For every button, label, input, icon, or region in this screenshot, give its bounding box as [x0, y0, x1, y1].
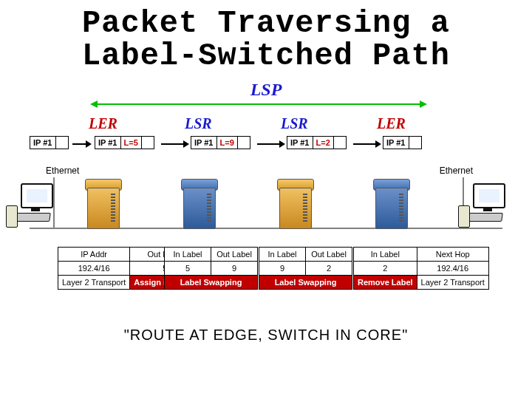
cell: In Label: [165, 248, 211, 262]
packet-3: IP #1 L=9: [191, 136, 250, 149]
ethernet-label-right: Ethernet: [440, 166, 473, 176]
cell: 9: [211, 262, 258, 276]
cell: 192.4/16: [58, 262, 130, 276]
table-ler-egress: In Label Next Hop 2 192.4/16 Remove Labe…: [353, 247, 489, 290]
router-icon-lsr-1: [181, 179, 216, 229]
pc-icon: [466, 183, 510, 232]
router-icon-lsr-2: [277, 179, 313, 229]
cell: Out Label: [306, 248, 352, 262]
packet-row: IP #1 IP #1 L=5 IP #1 L=9 IP #1 L=2 IP #…: [0, 136, 532, 161]
router-icon-ler-right: [373, 179, 409, 229]
packet-5-ip: IP #1: [383, 137, 409, 149]
packet-4-pad: [334, 137, 346, 149]
lsp-span: LSP: [0, 81, 532, 115]
cell: In Label: [354, 248, 417, 262]
packet-5: IP #1: [383, 136, 422, 149]
packet-2-label: L=5: [121, 137, 142, 149]
cell: Next Hop: [417, 248, 488, 262]
router-icon-ler-left: [85, 179, 120, 229]
pc-icon: [13, 183, 58, 232]
packet-4-ip: IP #1: [287, 137, 313, 149]
network-row: Ethernet Ethernet: [0, 161, 532, 242]
table-lsr-2: In Label Out Label 9 2 Label Swapping: [259, 247, 352, 290]
lsp-arrow: [96, 103, 421, 105]
cell: In Label: [259, 248, 306, 262]
label-ler-left: LER: [89, 115, 117, 132]
ethernet-label-left: Ethernet: [46, 166, 79, 176]
cell: Out Label: [211, 248, 258, 262]
arrow-icon: [257, 143, 281, 145]
cell: 9: [259, 262, 306, 276]
cell: 192.4/16: [417, 262, 488, 276]
title: Packet Traversing a Label-Switched Path: [0, 0, 532, 72]
table-lsr-1: In Label Out Label 5 9 Label Swapping: [164, 247, 258, 290]
lsp-label: LSP: [250, 80, 282, 100]
cell-action: Label Swapping: [165, 276, 258, 290]
cell: 2: [354, 262, 417, 276]
router-type-labels: LER LSR LSR LER: [0, 115, 532, 136]
packet-1: IP #1: [30, 136, 69, 149]
label-lsr-1: LSR: [185, 115, 212, 132]
arrow-icon: [72, 143, 87, 145]
packet-3-label: L=9: [217, 137, 238, 149]
packet-4: IP #1 L=2: [287, 136, 347, 149]
cell: 5: [165, 262, 211, 276]
arrow-icon: [161, 143, 185, 145]
label-lsr-2: LSR: [281, 115, 308, 132]
packet-5-pad: [409, 137, 421, 149]
packet-2-pad: [142, 137, 154, 149]
packet-2-ip: IP #1: [95, 137, 121, 149]
arrow-icon: [353, 143, 377, 145]
packet-3-pad: [238, 137, 250, 149]
label-ler-right: LER: [377, 115, 406, 132]
packet-3-ip: IP #1: [191, 137, 217, 149]
packet-2: IP #1 L=5: [95, 136, 154, 149]
packet-4-label: L=2: [313, 137, 334, 149]
packet-1-ip: IP #1: [30, 137, 56, 149]
title-line-1: Packet Traversing a: [82, 6, 450, 41]
cell-action: Remove Label: [354, 276, 417, 290]
packet-1-pad: [56, 137, 68, 149]
cell: Layer 2 Transport: [58, 276, 130, 290]
title-line-2: Label-Switched Path: [82, 38, 450, 74]
caption: "ROUTE AT EDGE, SWITCH IN CORE": [0, 316, 532, 344]
forwarding-tables: IP Addr Out Label 192.4/16 5 Layer 2 Tra…: [0, 247, 532, 316]
cell-action: Label Swapping: [259, 276, 352, 290]
cell: IP Addr: [58, 248, 130, 262]
cell: Layer 2 Transport: [417, 276, 488, 290]
cell: 2: [306, 262, 352, 276]
